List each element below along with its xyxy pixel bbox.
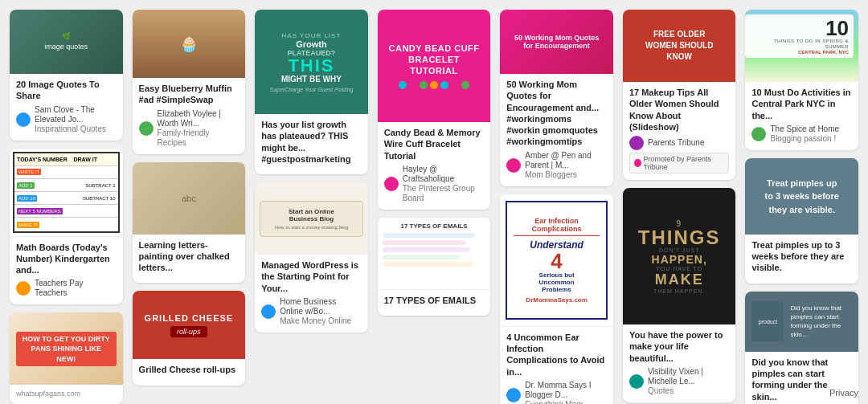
card-math-board-title: Math Boards (Today's Number) Kindergarte… [16,242,117,276]
card-math-board[interactable]: TODAY'S NUMBER DRAW IT WRITE IT ADD 1SUB… [10,149,123,305]
avatar [261,304,276,319]
avatar [629,136,644,150]
promoted-icon [634,159,641,167]
card-ear-meta: Dr. Momma Says I Blogger D... Everything… [506,381,607,404]
column-6: FREE OLDERWOMEN SHOULDKNOW 17 Makeup Tip… [623,10,736,394]
card-working-mom-img: 50 Working Mom Quotesfor Encouragement [500,10,613,74]
card-blueberry-muffin-img: 🧁 [133,10,246,78]
card-working-mom-meta: Amber @ Pen and Parent | M... Mom Blogge… [506,151,607,180]
card-treat-pimples2-img: product Did you know that pimples can st… [745,292,858,352]
column-5: 50 Working Mom Quotesfor Encouragement 5… [500,10,613,394]
card-learning-letters[interactable]: abc Learning letters-painting over chalk… [133,162,246,284]
card-women-know-img: FREE OLDERWOMEN SHOULDKNOW [623,10,736,82]
card-muffin-title: Easy Blueberry Muffin #ad #SimpleSwap [139,83,240,106]
card-things-img: 9 THINGS DON'T JUST HAPPEN, YOU HAVE TO … [623,188,736,324]
card-working-mom[interactable]: 50 Working Mom Quotesfor Encouragement 5… [500,10,613,186]
avatar [16,112,31,127]
card-image-quotes-meta: Sam Clove - The Elevated Jo... Inspirati… [16,105,117,134]
card-wordpress-meta: Home Business Online w/Bo... Make Money … [261,297,362,326]
card-treat-pimples[interactable]: Treat pimples upto 3 weeks beforethey ar… [745,158,858,284]
promoted-badge: Promoted by Parents Tribune [629,153,730,173]
card-email-types[interactable]: 17 TYPES OF EMAILS 17 TYPES OF EMAILS [378,218,491,316]
card-women-title: 17 Makeup Tips All Older Women Should Kn… [629,87,730,133]
card-things-happen[interactable]: 9 THINGS DON'T JUST HAPPEN, YOU HAVE TO … [623,188,736,402]
card-treat-pimples-img: Treat pimples upto 3 weeks beforethey ar… [745,158,858,235]
avatar [16,281,31,296]
card-grilled-img: GRILLED CHEESE roll-ups [133,291,246,359]
card-grilled-title: Grilled Cheese roll-ups [139,364,240,375]
masonry-grid: 🌿 image quotes 20 Image Quotes To Share … [0,0,868,404]
avatar [384,177,399,191]
card-dirty-pans[interactable]: How to get you dirtypans shining like NE… [10,312,123,404]
card-candy-meta: Hayley @ Craftsaholique The Pinterest Gr… [384,165,485,203]
card-10things-title: 10 Must Do Activities in Central Park NY… [751,87,852,121]
card-image-quotes-title: 20 Image Quotes To Share [16,79,117,102]
card-candy-img: CANDY BEAD CUFF BRACELET TUTORIAL [378,10,491,122]
avatar [506,158,521,173]
card-dirty-pans-img: How to get you dirtypans shining like NE… [10,312,123,385]
card-wordpress-title: Managed WordPress is the Starting Point … [261,259,362,294]
card-learning-letters-img: abc [133,162,246,235]
avatar [506,388,521,402]
card-10things-meta: The Spice at Home Blogging passion ! [751,124,852,144]
privacy-link[interactable]: Privacy [829,388,858,398]
card-list-growth[interactable]: HAS YOUR LIST Growth PLATEAUED? ThIS Mig… [255,10,368,174]
card-grilled-cheese[interactable]: GRILLED CHEESE roll-ups Grilled Cheese r… [133,291,246,385]
card-image-quotes-img: 🌿 image quotes [10,10,123,74]
card-candy-card-title: Candy Bead & Memory Wire Cuff Bracelet T… [384,127,485,161]
card-wordpress-img: Start an OnlineBusiness Blog How to star… [255,182,368,255]
card-10things-img: 10 THINGS TO DO IN SPRING & SUMMER CENTR… [745,10,858,82]
card-math-board-meta: Teachers Pay Teachers [16,279,117,298]
card-list-growth-title: Has your list growth has plateaued? THIS… [261,119,362,165]
card-math-board-img: TODAY'S NUMBER DRAW IT WRITE IT ADD 1SUB… [10,149,123,237]
card-10things[interactable]: 10 THINGS TO DO IN SPRING & SUMMER CENTR… [745,10,858,150]
card-pimple-title: Treat pimples up to 3 weeks before they … [751,239,852,274]
card-blueberry-muffin[interactable]: 🧁 Easy Blueberry Muffin #ad #SimpleSwap … [133,10,246,154]
card-muffin-meta: Elizabeth Voylee | Worth Wri... Family-f… [139,109,240,148]
card-working-mom-title: 50 Working Mom Quotes for Encouragement … [506,79,607,148]
column-7: 10 THINGS TO DO IN SPRING & SUMMER CENTR… [745,10,858,394]
column-3: HAS YOUR LIST Growth PLATEAUED? ThIS Mig… [255,10,368,394]
card-treat-pimples2[interactable]: product Did you know that pimples can st… [745,292,858,404]
card-women-know[interactable]: FREE OLDERWOMEN SHOULDKNOW 17 Makeup Tip… [623,10,736,180]
card-ear-infection-img: Ear Infection Complications Understand 4… [500,194,613,327]
card-wordpress[interactable]: Start an OnlineBusiness Blog How to star… [255,182,368,333]
card-ear-infection[interactable]: Ear Infection Complications Understand 4… [500,194,613,404]
avatar [751,127,766,141]
column-4: CANDY BEAD CUFF BRACELET TUTORIAL Candy … [378,10,491,394]
avatar [139,121,154,136]
card-email-title: 17 TYPES OF EMAILS [384,295,485,306]
card-image-quotes[interactable]: 🌿 image quotes 20 Image Quotes To Share … [10,10,123,141]
card-ear-title: 4 Uncommon Ear Infection Complications t… [506,332,607,377]
card-women-meta: Parents Tribune [629,136,730,150]
card-things-meta: Visibility Vixen | Michelle Le... Quotes [629,367,730,396]
card-letters-title: Learning letters-painting over chalked l… [139,239,240,274]
avatar [629,374,644,389]
card-list-growth-img: HAS YOUR LIST Growth PLATEAUED? ThIS Mig… [255,10,368,114]
card-dirty-pans-url: whatsupfagans.com [16,390,117,398]
card-candy-bead[interactable]: CANDY BEAD CUFF BRACELET TUTORIAL Candy … [378,10,491,210]
column-2: 🧁 Easy Blueberry Muffin #ad #SimpleSwap … [133,10,246,394]
card-things-title: You have the power to make your life bea… [629,329,730,364]
column-1: 🌿 image quotes 20 Image Quotes To Share … [10,10,123,394]
card-email-types-img: 17 TYPES OF EMAILS [378,218,491,290]
